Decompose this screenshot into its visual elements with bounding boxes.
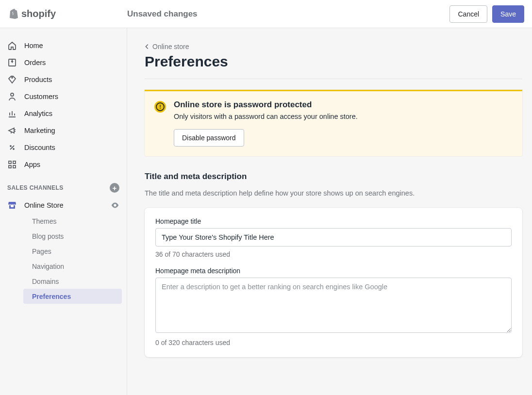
subnav-blog-posts[interactable]: Blog posts [23, 229, 122, 244]
products-icon [7, 75, 17, 84]
orders-icon [7, 58, 17, 67]
homepage-desc-hint: 0 of 320 characters used [155, 339, 512, 346]
channel-label: Online Store [24, 201, 64, 209]
svg-point-2 [11, 93, 14, 96]
channel-online-store[interactable]: Online Store [0, 197, 127, 214]
meta-card: Homepage title 36 of 70 characters used … [145, 208, 522, 357]
breadcrumb[interactable]: Online store [145, 43, 522, 50]
save-button[interactable]: Save [492, 5, 524, 23]
customers-icon [7, 92, 17, 101]
homepage-title-input[interactable] [155, 228, 512, 247]
home-icon [7, 41, 17, 50]
nav-label: Analytics [24, 110, 52, 117]
marketing-icon [7, 126, 17, 135]
disable-password-button[interactable]: Disable password [174, 129, 244, 147]
warning-icon: ! [154, 101, 166, 113]
svg-point-1 [12, 77, 13, 78]
subnav-preferences[interactable]: Preferences [23, 289, 122, 304]
page-title: Preferences [145, 53, 522, 70]
nav-label: Apps [24, 161, 40, 168]
meta-section-heading: Title and meta description [145, 172, 522, 181]
banner-title: Online store is password protected [174, 100, 513, 110]
nav-label: Marketing [24, 127, 55, 134]
main-content: Online store Preferences ! Online store … [127, 28, 532, 395]
subnav-navigation[interactable]: Navigation [23, 259, 122, 274]
nav-item-home[interactable]: Home [0, 37, 127, 54]
divider [145, 79, 522, 79]
sales-channels-heading: SALES CHANNELS [7, 184, 64, 191]
nav-item-analytics[interactable]: Analytics [0, 105, 127, 122]
homepage-title-hint: 36 of 70 characters used [155, 250, 512, 258]
nav-label: Products [24, 76, 52, 83]
subnav-domains[interactable]: Domains [23, 274, 122, 289]
nav-item-customers[interactable]: Customers [0, 88, 127, 105]
svg-rect-5 [9, 161, 11, 164]
shopify-logo[interactable]: shopify [8, 8, 56, 20]
svg-rect-7 [9, 165, 11, 168]
breadcrumb-label: Online store [152, 43, 189, 50]
meta-section-desc: The title and meta description help defi… [145, 189, 522, 197]
homepage-desc-label: Homepage meta description [155, 267, 512, 275]
homepage-desc-textarea[interactable] [155, 278, 512, 333]
nav-label: Discounts [24, 144, 55, 151]
topbar: shopify Unsaved changes Cancel Save [0, 0, 532, 28]
password-banner: ! Online store is password protected Onl… [145, 90, 522, 156]
nav-item-discounts[interactable]: Discounts [0, 139, 127, 156]
chevron-left-icon [145, 44, 150, 49]
nav-label: Customers [24, 93, 58, 100]
add-channel-button[interactable]: + [110, 183, 119, 193]
unsaved-changes-label: Unsaved changes [127, 9, 198, 19]
nav-label: Home [24, 42, 43, 49]
cancel-button[interactable]: Cancel [449, 5, 487, 23]
apps-icon [7, 160, 17, 169]
view-icon[interactable] [111, 201, 119, 210]
subnav-pages[interactable]: Pages [23, 244, 122, 259]
homepage-title-label: Homepage title [155, 217, 512, 225]
nav-item-orders[interactable]: Orders [0, 54, 127, 71]
svg-rect-6 [13, 161, 16, 164]
analytics-icon [7, 109, 17, 118]
brand-name: shopify [21, 8, 56, 19]
nav-item-products[interactable]: Products [0, 71, 127, 88]
discounts-icon [7, 143, 17, 152]
nav-item-marketing[interactable]: Marketing [0, 122, 127, 139]
svg-rect-8 [13, 165, 16, 168]
nav-item-apps[interactable]: Apps [0, 156, 127, 173]
banner-text: Only visitors with a password can access… [174, 113, 513, 120]
subnav-themes[interactable]: Themes [23, 214, 122, 229]
nav-label: Orders [24, 59, 46, 66]
sidebar: Home Orders Products Customers Analytics… [0, 28, 127, 395]
store-icon [7, 200, 17, 210]
